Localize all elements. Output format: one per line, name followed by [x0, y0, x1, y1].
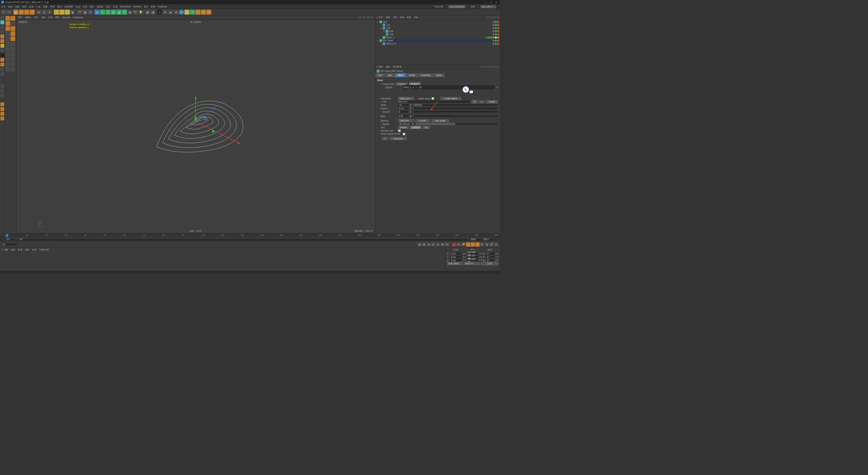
menu-item[interactable]: 创建 [15, 5, 20, 8]
panel-btn-icon[interactable] [493, 65, 496, 68]
tab-spline[interactable]: Spline [433, 73, 445, 77]
point-mode-icon[interactable] [0, 34, 4, 38]
select-tool-icon[interactable]: ⬤ [13, 10, 18, 15]
tab-create[interactable]: 创建 [4, 248, 8, 251]
coord-size-dropdown[interactable]: 绝对尺寸 [464, 262, 480, 265]
edge-mode-icon[interactable] [0, 39, 4, 43]
menu-item[interactable]: 查看 [393, 16, 397, 19]
menu-item[interactable]: INSYDIUM [120, 5, 131, 8]
tab-coord[interactable]: 坐标 [385, 73, 395, 77]
generator-icon[interactable]: ◫ [105, 10, 111, 15]
model-mode-icon[interactable] [0, 20, 4, 24]
tab-texture[interactable]: 纹理 [32, 248, 37, 251]
vp-btn-icon[interactable] [371, 16, 373, 19]
axis-center-button[interactable]: Center [411, 126, 421, 129]
nodespace-dropdown[interactable]: 当前 (Redshift) [449, 5, 466, 8]
menu-item[interactable]: 选择 [29, 5, 34, 8]
smooth-input[interactable]: 0 [398, 110, 408, 113]
expand-slider[interactable] [413, 107, 498, 110]
object-tree[interactable]: ⊟备份文本⊟平面⊕地形平滑Plane_1⊟RKT SlicerSlicer (Z… [375, 20, 500, 64]
apply-button[interactable]: 应用 [481, 262, 498, 265]
field-icon[interactable]: ⊚ [122, 10, 127, 15]
menu-item[interactable]: 模式 [379, 65, 383, 68]
tool-icon[interactable] [0, 112, 4, 116]
deformer-icon[interactable]: ◪ [116, 10, 121, 15]
tool-icon[interactable] [5, 67, 10, 72]
menu-item[interactable]: ProRender [73, 16, 83, 19]
tool-icon[interactable] [0, 49, 4, 53]
menu-item[interactable]: 工具 [36, 5, 41, 8]
tool-icon[interactable]: ◆ [168, 10, 173, 15]
tool-icon[interactable] [0, 62, 4, 66]
tab-view[interactable]: 查看 [18, 248, 22, 251]
x-axis-icon[interactable]: X [54, 10, 59, 15]
goto-start-icon[interactable]: |◀ [417, 242, 421, 247]
tool-icon[interactable]: ⊞ [36, 10, 41, 15]
menu-item[interactable]: 跟踪器 [97, 5, 103, 8]
slices-input[interactable]: 10 [398, 103, 409, 107]
panel-btn-icon[interactable] [487, 16, 490, 19]
tool-icon[interactable] [5, 57, 10, 61]
menu-item[interactable]: 用户数据 [393, 65, 401, 68]
tool-icon[interactable] [0, 25, 4, 29]
tab-geometry[interactable]: Geometry [418, 73, 433, 77]
black-icon[interactable]: S [157, 10, 162, 15]
menu-item[interactable]: 动画 [83, 5, 87, 8]
menu-item[interactable]: 摄像机 [25, 16, 32, 19]
floating-avatar[interactable]: 🦌 黄 [462, 86, 471, 93]
examples-button[interactable]: Examples [389, 137, 407, 140]
tab-cycles4d[interactable]: Cycles 4D [39, 249, 49, 251]
tree-row[interactable]: ⊟RKT Slicer [376, 39, 499, 42]
maximize-button[interactable]: ▢ [490, 1, 492, 3]
menu-item[interactable]: Redshift [62, 16, 70, 19]
rate-input[interactable]: 0 % [398, 115, 409, 118]
menu-item[interactable]: 帮助 [151, 5, 155, 8]
tool-icon[interactable] [5, 16, 10, 21]
viewport-canvas[interactable]: 透视视图 默认摄像机 Number of emitters: 0 Total l… [16, 20, 375, 233]
tool-icon[interactable] [5, 36, 10, 41]
primitive-icon[interactable]: ◈ [95, 10, 100, 15]
tree-row[interactable]: ⊕地形 [376, 30, 499, 33]
create-button[interactable]: Create [486, 100, 498, 103]
menu-item[interactable]: Redshift [133, 5, 141, 8]
menu-item[interactable]: 选项 [41, 16, 46, 19]
tree-row[interactable]: Slicer (Z+) [376, 42, 499, 45]
tree-row[interactable]: ⊟备份 [376, 20, 499, 23]
link-field[interactable]: Slicer (Z+) [397, 100, 470, 103]
orientation-dropdown[interactable]: Object (Z+) [398, 97, 414, 100]
tab-slicer[interactable]: Slicer [395, 73, 406, 77]
menu-item[interactable]: 网格 [43, 5, 48, 8]
tool-icon[interactable] [11, 67, 15, 72]
tool-icon[interactable] [0, 94, 4, 98]
menu-item[interactable]: 过滤 [48, 16, 53, 19]
tool-icon[interactable]: ◨ [151, 10, 156, 15]
record-icon[interactable]: ● [452, 242, 456, 247]
tab-basic[interactable]: 基本 [375, 73, 385, 77]
rotate-tool-icon[interactable]: ⟲ [30, 10, 35, 15]
current-frame-input[interactable]: 0 F [19, 238, 468, 241]
tool-icon[interactable] [11, 46, 15, 51]
key-pt-icon[interactable]: ◨ [485, 242, 489, 247]
expand-input[interactable]: 0 cm [398, 107, 409, 110]
scale-tool-icon[interactable]: ⤢ [24, 10, 29, 15]
menu-item[interactable]: 面板 [55, 16, 60, 19]
tool-icon[interactable] [11, 41, 15, 46]
tree-row[interactable]: Plane_1 [376, 36, 499, 39]
tool-icon[interactable] [5, 62, 10, 66]
render-icon[interactable]: 🎬 [77, 10, 82, 15]
next-frame-icon[interactable]: ▶ [436, 242, 440, 247]
qr-icon[interactable]: QR [179, 10, 184, 15]
lock-icon[interactable] [490, 65, 493, 68]
menu-item[interactable]: 文件 [379, 16, 383, 19]
draw-orig-checkbox[interactable] [403, 133, 405, 135]
tab-edit[interactable]: 编辑 [11, 248, 15, 251]
vp-btn-icon[interactable] [367, 16, 370, 19]
menu-item[interactable]: 窗口 [144, 5, 149, 8]
layout-dropdown[interactable]: 启动 (用户) [480, 5, 496, 8]
key-s-icon[interactable]: S [471, 242, 475, 247]
tool-icon[interactable] [0, 107, 4, 111]
prev-key-icon[interactable]: ◀| [422, 242, 426, 247]
menu-item[interactable]: 显示 [34, 16, 39, 19]
tree-row[interactable]: ⊟平面 [376, 26, 499, 30]
axis-top-button[interactable]: Top [422, 126, 430, 129]
